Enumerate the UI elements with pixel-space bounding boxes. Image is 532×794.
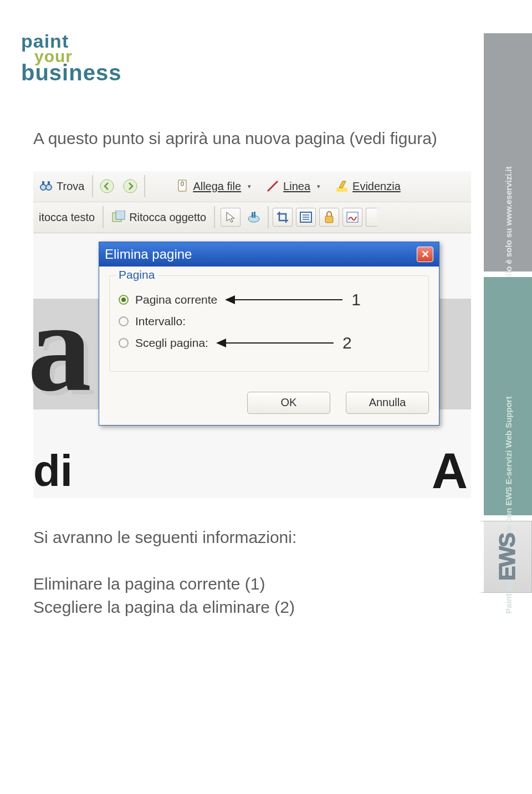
toolbar-row-2: itocca testo Ritocca oggetto bbox=[33, 202, 471, 233]
dialog-titlebar[interactable]: Elimina pagine ✕ bbox=[99, 242, 439, 267]
cancel-button[interactable]: Annulla bbox=[346, 392, 429, 414]
background-letter-a: a bbox=[28, 274, 91, 421]
form-tool-icon[interactable] bbox=[296, 208, 316, 227]
binoculars-icon bbox=[39, 179, 53, 193]
outro-line-3: Scegliere la pagina da eliminare (2) bbox=[33, 596, 471, 619]
attach-label: Allega file bbox=[193, 180, 241, 193]
line-tool-button[interactable]: Linea ▾ bbox=[260, 177, 329, 196]
screenshot-area: Trova Allega file ▾ Linea bbox=[33, 171, 471, 498]
intro-paragraph: A questo punto si aprirà una nuova pagin… bbox=[33, 127, 471, 150]
highlight-button[interactable]: Evidenzia bbox=[329, 177, 406, 196]
svg-rect-3 bbox=[48, 181, 50, 185]
attach-file-button[interactable]: Allega file ▾ bbox=[170, 177, 260, 196]
retouch-text-button[interactable]: itocca testo bbox=[33, 209, 100, 226]
pointer-tool-icon[interactable] bbox=[221, 208, 241, 227]
radio-choose-label: Scegli pagina: bbox=[135, 336, 208, 350]
toolbar-separator bbox=[268, 206, 269, 228]
radio-icon bbox=[119, 295, 129, 305]
highlighter-icon bbox=[335, 179, 349, 193]
dialog-actions: OK Annulla bbox=[109, 392, 429, 414]
find-button[interactable]: Trova bbox=[33, 177, 90, 196]
svg-rect-13 bbox=[254, 212, 255, 218]
toolbar-separator bbox=[144, 175, 145, 197]
arrow-annotation bbox=[226, 299, 342, 300]
line-label: Linea bbox=[283, 180, 310, 193]
close-icon: ✕ bbox=[421, 248, 429, 260]
line-icon bbox=[265, 179, 280, 193]
annotation-1: 1 bbox=[351, 290, 367, 309]
outro-line-2: Eliminare la pagina corrente (1) bbox=[33, 572, 471, 596]
svg-rect-10 bbox=[116, 211, 125, 219]
object-icon bbox=[111, 210, 126, 224]
radio-range-label: Intervallo: bbox=[135, 315, 186, 328]
delete-pages-dialog: Elimina pagine ✕ Pagina Pagina corrente … bbox=[99, 242, 439, 426]
svg-rect-2 bbox=[42, 181, 44, 185]
outro-line-1: Si avranno le seguenti informazioni: bbox=[33, 526, 471, 549]
svg-rect-8 bbox=[336, 188, 347, 192]
lock-tool-icon[interactable] bbox=[319, 208, 339, 227]
crop-tool-icon[interactable] bbox=[273, 208, 293, 227]
ok-button[interactable]: OK bbox=[247, 392, 330, 414]
background-text-di: di bbox=[33, 445, 73, 496]
hand-tool-icon[interactable] bbox=[244, 208, 264, 227]
background-text-a: A bbox=[432, 443, 468, 500]
radio-current-label: Pagina corrente bbox=[135, 293, 217, 306]
logo-line3: business bbox=[21, 63, 121, 82]
find-label: Trova bbox=[57, 180, 84, 193]
sign-tool-icon[interactable] bbox=[342, 208, 362, 227]
radio-icon bbox=[119, 316, 129, 326]
ews-text: EWS bbox=[495, 533, 520, 580]
radio-current-page[interactable]: Pagina corrente 1 bbox=[119, 290, 420, 309]
annotation-2: 2 bbox=[342, 334, 358, 352]
extra-tool-icon[interactable] bbox=[366, 208, 377, 227]
right-sidebar: Il tuo fiore all'occhiello è solo su www… bbox=[478, 0, 532, 593]
dropdown-arrow-icon[interactable]: ▾ bbox=[244, 183, 254, 190]
svg-point-5 bbox=[124, 180, 137, 193]
paperclip-icon bbox=[175, 179, 190, 193]
arrow-annotation bbox=[217, 342, 334, 344]
toolbar-separator bbox=[214, 206, 215, 228]
dialog-title-text: Elimina pagine bbox=[105, 247, 192, 262]
dropdown-arrow-icon[interactable]: ▾ bbox=[314, 183, 324, 190]
logo: paint your business bbox=[21, 33, 121, 82]
retouch-object-label: Ritocca oggetto bbox=[129, 211, 206, 224]
svg-point-1 bbox=[46, 185, 52, 190]
highlight-label: Evidenzia bbox=[352, 180, 401, 193]
svg-point-0 bbox=[40, 185, 46, 190]
radio-range[interactable]: Intervallo: bbox=[119, 315, 420, 328]
page-group: Pagina Pagina corrente 1 Intervallo: Sce… bbox=[109, 275, 429, 372]
dialog-body: Pagina Pagina corrente 1 Intervallo: Sce… bbox=[99, 267, 439, 425]
svg-rect-18 bbox=[325, 216, 333, 223]
close-button[interactable]: ✕ bbox=[417, 247, 433, 262]
svg-point-4 bbox=[100, 180, 114, 193]
nav-fwd-icon[interactable] bbox=[120, 177, 140, 196]
svg-rect-12 bbox=[252, 212, 253, 218]
toolbar-separator bbox=[103, 206, 104, 228]
sidebar-tagline-1: Il tuo fiore all'occhiello è solo su www… bbox=[478, 33, 532, 272]
retouch-text-label: itocca testo bbox=[39, 211, 95, 224]
toolbar-row-1: Trova Allega file ▾ Linea bbox=[33, 171, 471, 202]
nav-back-icon[interactable] bbox=[97, 177, 117, 196]
sidebar-tagline-2-text: Paint your busineness con EWS E-servizi … bbox=[503, 396, 513, 613]
group-legend: Pagina bbox=[115, 268, 158, 281]
retouch-object-button[interactable]: Ritocca oggetto bbox=[106, 208, 212, 227]
svg-line-7 bbox=[268, 181, 278, 191]
sidebar-tagline-2: Paint your busineness con EWS E-servizi … bbox=[478, 277, 532, 515]
radio-icon bbox=[119, 338, 129, 348]
outro-block: Si avranno le seguenti informazioni: Eli… bbox=[33, 526, 471, 619]
toolbar-separator bbox=[92, 175, 93, 197]
radio-choose-page[interactable]: Scegli pagina: 2 bbox=[119, 334, 420, 352]
